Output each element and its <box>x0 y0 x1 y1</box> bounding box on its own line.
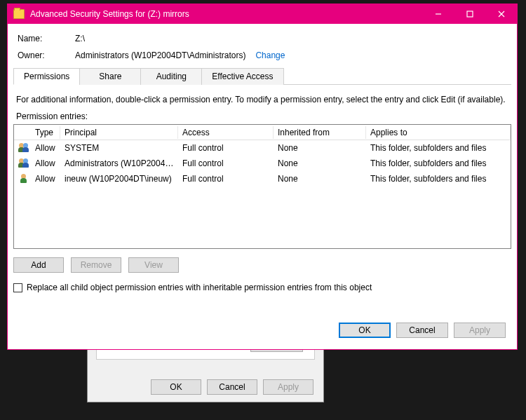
bg-ok-button[interactable]: OK <box>151 379 201 395</box>
cell-access: Full control <box>178 143 274 153</box>
minimize-button[interactable] <box>422 4 454 24</box>
cell-principal: Administrators (W10P2004DT\... <box>60 158 178 168</box>
table-header: Type Principal Access Inherited from App… <box>14 125 511 140</box>
owner-value: Administrators (W10P2004DT\Administrator… <box>75 50 245 60</box>
bg-cancel-button[interactable]: Cancel <box>207 379 257 395</box>
table-row[interactable]: Allowineuw (W10P2004DT\ineuw)Full contro… <box>14 171 511 187</box>
info-text: For additional information, double-click… <box>16 95 511 104</box>
change-owner-link[interactable]: Change <box>255 50 285 60</box>
col-principal[interactable]: Principal <box>60 126 178 139</box>
folder-icon <box>13 9 25 19</box>
cell-applies: This folder, subfolders and files <box>366 174 511 184</box>
table-row[interactable]: AllowSYSTEMFull controlNoneThis folder, … <box>14 140 511 156</box>
tab-auditing[interactable]: Auditing <box>140 68 202 85</box>
maximize-button[interactable] <box>454 4 485 24</box>
bg-apply-button: Apply <box>263 379 313 395</box>
tab-strip: Permissions Share Auditing Effective Acc… <box>13 67 511 85</box>
col-type[interactable]: Type <box>31 126 60 139</box>
cell-type: Allow <box>31 143 60 153</box>
permission-entries-label: Permission entries: <box>16 111 511 121</box>
col-inherited[interactable]: Inherited from <box>274 126 366 139</box>
titlebar[interactable]: Advanced Security Settings for (Z:) mirr… <box>8 4 517 24</box>
add-button[interactable]: Add <box>13 257 64 273</box>
cell-inherited: None <box>274 174 366 184</box>
col-access[interactable]: Access <box>178 126 274 139</box>
cell-access: Full control <box>178 174 274 184</box>
replace-child-checkbox[interactable] <box>13 283 22 292</box>
cell-type: Allow <box>31 158 60 168</box>
replace-child-label: Replace all child object permission entr… <box>27 283 372 292</box>
remove-button: Remove <box>71 257 121 273</box>
cell-applies: This folder, subfolders and files <box>366 143 511 153</box>
cell-principal: ineuw (W10P2004DT\ineuw) <box>60 174 178 184</box>
principal-icon <box>18 158 29 168</box>
col-applies[interactable]: Applies to <box>366 126 511 139</box>
svg-rect-1 <box>467 11 473 17</box>
apply-button: Apply <box>454 323 506 338</box>
tab-permissions[interactable]: Permissions <box>13 68 80 85</box>
name-value: Z:\ <box>75 34 85 43</box>
permission-table[interactable]: Type Principal Access Inherited from App… <box>13 124 511 249</box>
view-button: View <box>128 257 179 273</box>
name-label: Name: <box>18 34 75 43</box>
cell-type: Allow <box>31 174 60 184</box>
cell-applies: This folder, subfolders and files <box>366 158 511 168</box>
principal-icon <box>18 143 29 153</box>
cell-inherited: None <box>274 158 366 168</box>
close-button[interactable] <box>485 4 517 24</box>
cancel-button[interactable]: Cancel <box>396 323 448 338</box>
table-row[interactable]: AllowAdministrators (W10P2004DT\...Full … <box>14 156 511 171</box>
cell-inherited: None <box>274 143 366 153</box>
advanced-security-window: Advanced Security Settings for (Z:) mirr… <box>7 4 518 350</box>
cell-access: Full control <box>178 158 274 168</box>
owner-label: Owner: <box>18 50 75 60</box>
principal-icon <box>18 174 29 184</box>
window-title: Advanced Security Settings for (Z:) mirr… <box>30 9 422 19</box>
tab-effective-access[interactable]: Effective Access <box>201 68 283 85</box>
ok-button[interactable]: OK <box>339 323 391 338</box>
cell-principal: SYSTEM <box>60 143 178 153</box>
tab-share[interactable]: Share <box>79 68 141 85</box>
